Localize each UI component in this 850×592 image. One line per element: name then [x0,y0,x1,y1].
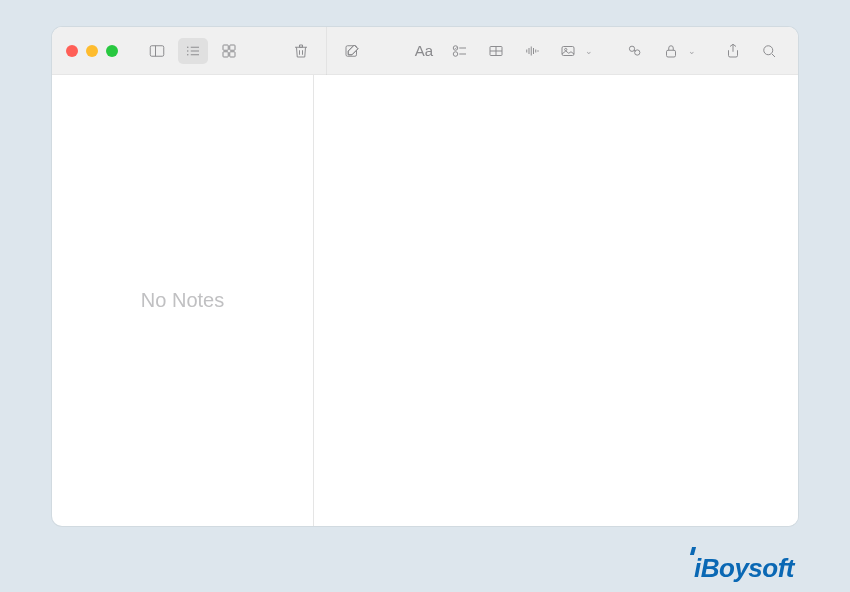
media-icon [559,42,577,60]
search-icon [760,42,778,60]
svg-point-17 [453,51,458,56]
close-window-button[interactable] [66,45,78,57]
table-icon [487,42,505,60]
svg-rect-8 [223,45,228,50]
waveform-icon [523,42,541,60]
svg-point-29 [565,48,567,50]
svg-point-15 [453,45,458,50]
format-text-icon: Aa [415,42,433,59]
trash-icon [292,42,310,60]
svg-line-35 [772,54,775,57]
svg-rect-10 [223,51,228,56]
grid-view-icon [220,42,238,60]
svg-rect-33 [667,50,676,57]
notes-app-window: Aa [52,27,798,526]
insert-media-button[interactable]: ⌄ [553,38,593,64]
content-area: No Notes [52,75,798,526]
svg-rect-9 [230,45,235,50]
chevron-down-icon: ⌄ [688,46,696,56]
svg-point-6 [187,54,189,56]
minimize-window-button[interactable] [86,45,98,57]
delete-note-button[interactable] [286,38,316,64]
window-controls [66,45,118,57]
note-editor-panel[interactable] [314,75,798,526]
grid-view-button[interactable] [214,38,244,64]
checklist-button[interactable] [445,38,475,64]
lock-icon [662,42,680,60]
toolbar: Aa [52,27,798,75]
svg-point-4 [187,50,189,52]
lock-note-button[interactable]: ⌄ [656,38,696,64]
empty-notes-label: No Notes [141,289,224,312]
chevron-down-icon: ⌄ [585,46,593,56]
link-note-button[interactable] [620,38,650,64]
svg-rect-0 [150,45,164,56]
toolbar-divider [326,27,327,75]
zoom-window-button[interactable] [106,45,118,57]
sidebar-toggle-button[interactable] [142,38,172,64]
svg-point-34 [764,45,773,54]
search-button[interactable] [754,38,784,64]
sidebar-toggle-icon [148,42,166,60]
share-button[interactable] [718,38,748,64]
format-text-button[interactable]: Aa [409,38,439,64]
compose-note-button[interactable] [337,38,367,64]
compose-icon [343,42,361,60]
checklist-icon [451,42,469,60]
svg-point-2 [187,46,189,48]
table-button[interactable] [481,38,511,64]
watermark: iBoysoft [694,553,794,584]
list-view-icon [184,42,202,60]
list-view-button[interactable] [178,38,208,64]
share-icon [724,42,742,60]
audio-button[interactable] [517,38,547,64]
svg-rect-28 [562,46,574,55]
notes-list-panel: No Notes [52,75,314,526]
link-icon [626,42,644,60]
svg-rect-11 [230,51,235,56]
watermark-text: iBoysoft [694,553,794,583]
